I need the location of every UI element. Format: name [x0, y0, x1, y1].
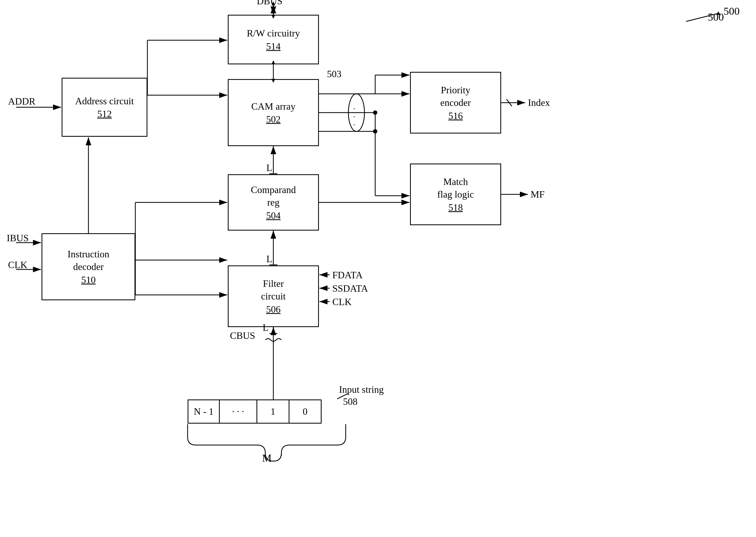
svg-text:L: L: [266, 162, 272, 173]
filter-circuit-box: Filtercircuit 506: [228, 266, 319, 327]
instruction-decoder-box: Instructiondecoder 510: [42, 233, 135, 300]
cell-1: 1: [257, 399, 290, 424]
svg-text:508: 508: [343, 396, 357, 407]
match-flag-logic-box: Matchflag logic 518: [410, 164, 501, 225]
address-circuit-box: Address circuit 512: [61, 78, 147, 137]
svg-text:DBUS: DBUS: [257, 0, 282, 6]
svg-text:Input string: Input string: [339, 384, 384, 395]
svg-text:Index: Index: [528, 97, 550, 108]
svg-text:L: L: [266, 254, 272, 264]
comparand-reg-num: 504: [266, 210, 281, 221]
svg-text:M: M: [262, 452, 272, 464]
svg-text:SSDATA: SSDATA: [332, 283, 368, 294]
priority-encoder-label: Priorityencoder: [440, 84, 471, 109]
cam-array-box: CAM array 502: [228, 79, 319, 146]
comparand-reg-box: Comparandreg 504: [228, 174, 319, 230]
svg-text:FDATA: FDATA: [332, 270, 363, 280]
instruction-decoder-num: 510: [81, 274, 96, 285]
comparand-reg-label: Comparandreg: [251, 184, 296, 209]
svg-text:MF: MF: [531, 189, 544, 200]
instruction-decoder-label: Instructiondecoder: [67, 248, 109, 273]
svg-text:ADDR: ADDR: [8, 96, 35, 107]
ref-500: 500: [708, 11, 724, 23]
filter-circuit-label: Filtercircuit: [261, 277, 286, 303]
cell-n1: N - 1: [187, 399, 220, 424]
svg-text:·: ·: [353, 104, 355, 113]
svg-text:500: 500: [724, 5, 740, 17]
cam-array-num: 502: [266, 114, 281, 125]
svg-marker-8: [271, 1, 275, 5]
svg-point-39: [348, 94, 365, 131]
svg-point-46: [373, 110, 377, 115]
address-circuit-num: 512: [97, 108, 112, 120]
match-flag-logic-label: Matchflag logic: [437, 176, 474, 201]
svg-text:·: ·: [353, 120, 355, 129]
cam-array-label: CAM array: [251, 100, 296, 113]
svg-text:CLK: CLK: [8, 260, 27, 270]
circuit-diagram: 500 Address circuit 512 R/W circuitry 51…: [0, 0, 756, 537]
priority-encoder-box: Priorityencoder 516: [410, 72, 501, 134]
svg-text:503: 503: [327, 69, 341, 79]
svg-text:CLK: CLK: [332, 297, 352, 307]
cell-dots: · · ·: [220, 399, 257, 424]
rw-circuitry-box: R/W circuitry 514: [228, 15, 319, 64]
rw-circuitry-label: R/W circuitry: [247, 27, 300, 40]
input-string-cells: N - 1 · · · 1 0: [187, 399, 322, 424]
priority-encoder-num: 516: [448, 110, 463, 121]
svg-line-66: [337, 393, 348, 399]
svg-text:CBUS: CBUS: [230, 330, 255, 341]
cell-0: 0: [290, 399, 322, 424]
address-circuit-label: Address circuit: [75, 95, 134, 107]
rw-circuitry-num: 514: [266, 41, 281, 52]
filter-circuit-num: 506: [266, 304, 281, 315]
svg-point-47: [373, 129, 377, 134]
svg-text:IBUS: IBUS: [7, 233, 29, 243]
match-flag-logic-num: 518: [448, 202, 463, 213]
svg-line-55: [506, 99, 512, 106]
svg-text:·: ·: [353, 112, 355, 121]
